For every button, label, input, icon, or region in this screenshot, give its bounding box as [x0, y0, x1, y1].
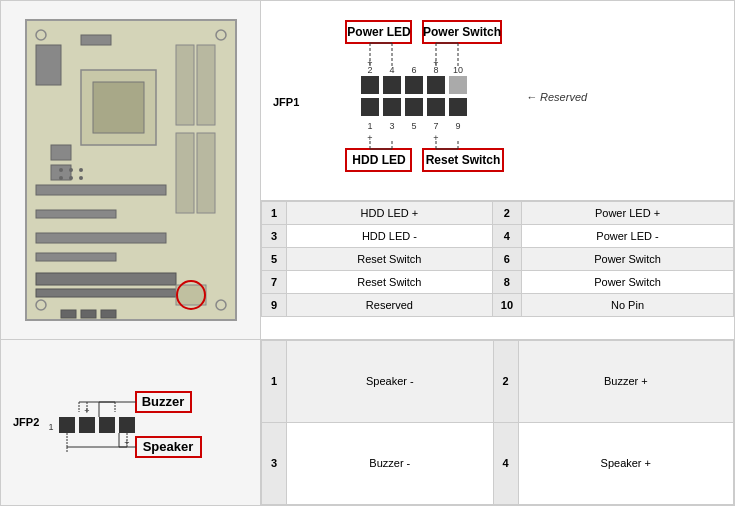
- pin-number: 7: [262, 271, 287, 294]
- svg-rect-11: [81, 35, 111, 45]
- bottom-section: JFP2 1 + + Buzzer: [1, 340, 734, 505]
- pin-desc: Buzzer +: [518, 340, 733, 422]
- table-row: 5 Reset Switch 6 Power Switch: [262, 248, 734, 271]
- svg-text:Speaker: Speaker: [142, 439, 193, 454]
- svg-rect-79: [79, 417, 95, 433]
- jfp1-pin-diagram: 2 4 6 8 10 1 3 5 7 9 + +: [261, 1, 651, 186]
- svg-rect-38: [383, 98, 401, 116]
- svg-rect-10: [93, 82, 144, 133]
- svg-rect-80: [99, 417, 115, 433]
- pin-number: 3: [262, 422, 287, 504]
- jfp2-pin-diagram: 1 + + Buzzer: [31, 362, 231, 482]
- right-panel: JFP1: [261, 1, 734, 339]
- svg-rect-14: [36, 233, 166, 243]
- pin-number: 3: [262, 225, 287, 248]
- jfp1-table-container: 1 HDD LED + 2 Power LED + 3 HDD LED - 4 …: [261, 201, 734, 317]
- svg-text:7: 7: [433, 121, 438, 131]
- svg-point-27: [69, 176, 73, 180]
- svg-rect-18: [36, 273, 176, 285]
- svg-rect-35: [427, 76, 445, 94]
- table-row: 1 Speaker - 2 Buzzer +: [262, 340, 734, 422]
- svg-point-23: [59, 168, 63, 172]
- svg-rect-30: [81, 310, 96, 318]
- pin-desc: HDD LED -: [287, 225, 493, 248]
- jfp2-area: JFP2 1 + + Buzzer: [1, 340, 261, 505]
- svg-rect-20: [176, 285, 206, 305]
- svg-rect-78: [59, 417, 75, 433]
- table-row: 3 HDD LED - 4 Power LED -: [262, 225, 734, 248]
- svg-rect-17: [51, 145, 71, 160]
- svg-point-28: [79, 176, 83, 180]
- jfp1-diagram: JFP1: [261, 1, 734, 201]
- svg-text:← Reserved: ← Reserved: [526, 91, 588, 103]
- svg-rect-7: [176, 133, 194, 213]
- table-row: 7 Reset Switch 8 Power Switch: [262, 271, 734, 294]
- svg-text:Power LED: Power LED: [347, 25, 411, 39]
- svg-text:9: 9: [455, 121, 460, 131]
- pin-number: 5: [262, 248, 287, 271]
- pin-desc: No Pin: [522, 294, 734, 317]
- pin-number: 8: [492, 271, 521, 294]
- svg-text:Power Switch: Power Switch: [423, 25, 501, 39]
- svg-text:HDD LED: HDD LED: [352, 153, 406, 167]
- svg-rect-31: [101, 310, 116, 318]
- pin-desc: Buzzer -: [287, 422, 494, 504]
- svg-rect-41: [449, 98, 467, 116]
- svg-point-24: [69, 168, 73, 172]
- svg-rect-8: [197, 133, 215, 213]
- svg-rect-40: [427, 98, 445, 116]
- pin-desc: Reserved: [287, 294, 493, 317]
- svg-text:3: 3: [389, 121, 394, 131]
- svg-rect-22: [36, 45, 61, 85]
- pin-desc: Reset Switch: [287, 271, 493, 294]
- jfp1-pin-table: 1 HDD LED + 2 Power LED + 3 HDD LED - 4 …: [261, 201, 734, 317]
- motherboard-diagram: [21, 15, 241, 325]
- svg-rect-13: [36, 210, 116, 218]
- pin-number: 4: [492, 225, 521, 248]
- svg-rect-33: [383, 76, 401, 94]
- svg-rect-37: [361, 98, 379, 116]
- svg-text:5: 5: [411, 121, 416, 131]
- svg-rect-36: [449, 76, 467, 94]
- pin-desc: Power LED -: [522, 225, 734, 248]
- svg-rect-29: [61, 310, 76, 318]
- svg-rect-15: [36, 253, 116, 261]
- svg-text:Reset Switch: Reset Switch: [426, 153, 501, 167]
- pin-desc: Power Switch: [522, 248, 734, 271]
- pin-desc: Power Switch: [522, 271, 734, 294]
- pin-number: 1: [262, 202, 287, 225]
- svg-text:1: 1: [367, 121, 372, 131]
- pin-number: 9: [262, 294, 287, 317]
- svg-rect-6: [197, 45, 215, 125]
- svg-point-25: [79, 168, 83, 172]
- top-section: JFP1: [1, 1, 734, 340]
- pin-desc: Power LED +: [522, 202, 734, 225]
- jfp2-table-container: 1 Speaker - 2 Buzzer + 3 Buzzer - 4 Spea…: [261, 340, 734, 505]
- svg-rect-32: [361, 76, 379, 94]
- motherboard-area: [1, 1, 261, 339]
- pin-number: 10: [492, 294, 521, 317]
- pin-desc: Speaker -: [287, 340, 494, 422]
- svg-rect-12: [36, 185, 166, 195]
- jfp2-pin-table: 1 Speaker - 2 Buzzer + 3 Buzzer - 4 Spea…: [261, 340, 734, 505]
- svg-point-26: [59, 176, 63, 180]
- pin-number: 2: [493, 340, 518, 422]
- pin-desc: Reset Switch: [287, 248, 493, 271]
- svg-text:Buzzer: Buzzer: [141, 394, 184, 409]
- svg-rect-5: [176, 45, 194, 125]
- table-row: 9 Reserved 10 No Pin: [262, 294, 734, 317]
- svg-rect-39: [405, 98, 423, 116]
- pin-number: 4: [493, 422, 518, 504]
- main-container: JFP1: [0, 0, 735, 506]
- svg-text:4: 4: [389, 65, 394, 75]
- pin-number: 1: [262, 340, 287, 422]
- svg-rect-19: [36, 289, 176, 297]
- jfp2-label: JFP2: [13, 416, 39, 428]
- table-row: 1 HDD LED + 2 Power LED +: [262, 202, 734, 225]
- pin-number: 2: [492, 202, 521, 225]
- pin-desc: HDD LED +: [287, 202, 493, 225]
- svg-text:1: 1: [48, 422, 53, 432]
- svg-rect-34: [405, 76, 423, 94]
- table-row: 3 Buzzer - 4 Speaker +: [262, 422, 734, 504]
- svg-text:10: 10: [453, 65, 463, 75]
